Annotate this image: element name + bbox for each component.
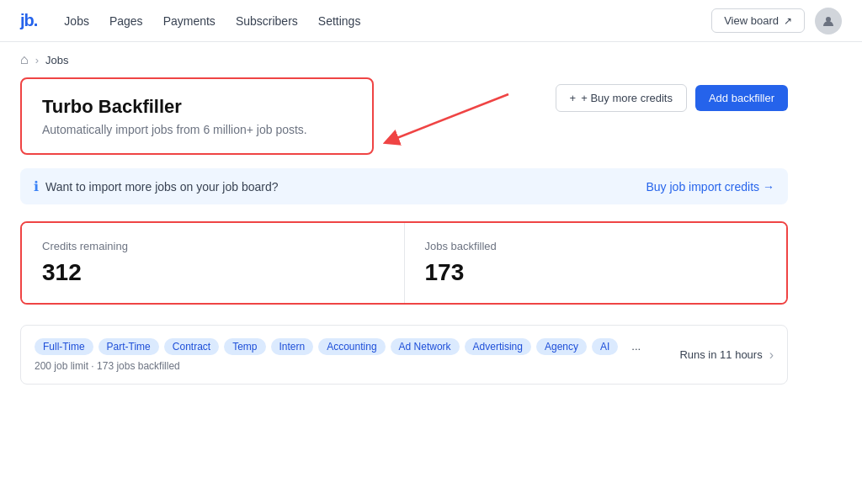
tag-temp: Temp bbox=[224, 338, 265, 355]
info-icon: ℹ bbox=[34, 178, 39, 194]
svg-line-1 bbox=[391, 94, 508, 141]
tag-intern: Intern bbox=[271, 338, 314, 355]
tag-more: ... bbox=[623, 337, 649, 355]
view-board-button[interactable]: View board ↗ bbox=[711, 8, 805, 33]
breadcrumb-current: Jobs bbox=[45, 54, 68, 66]
plus-icon: + bbox=[570, 92, 577, 104]
nav-settings[interactable]: Settings bbox=[318, 11, 361, 31]
nav-right: View board ↗ bbox=[711, 8, 842, 34]
tag-advertising: Advertising bbox=[465, 338, 531, 355]
info-text: Want to import more jobs on your job boa… bbox=[45, 180, 279, 194]
nav-jobs[interactable]: Jobs bbox=[64, 11, 89, 31]
tag-agency: Agency bbox=[536, 338, 587, 355]
nav-pages[interactable]: Pages bbox=[109, 11, 143, 31]
jobs-backfilled-value: 173 bbox=[425, 259, 767, 286]
main-content: Turbo Backfiller Automatically import jo… bbox=[0, 77, 808, 405]
logo[interactable]: jb. bbox=[20, 11, 37, 30]
buy-credits-label: + Buy more credits bbox=[581, 92, 673, 104]
chevron-right-icon: › bbox=[769, 347, 774, 363]
info-banner: ℹ Want to import more jobs on your job b… bbox=[20, 168, 788, 204]
hero-title: Turbo Backfiller bbox=[42, 96, 352, 118]
stats-row: Credits remaining 312 Jobs backfilled 17… bbox=[20, 221, 788, 305]
tag-contract: Contract bbox=[164, 338, 219, 355]
arrow-annotation bbox=[374, 86, 525, 153]
hero-buttons: + + Buy more credits Add backfiller bbox=[556, 84, 788, 112]
buy-credits-button[interactable]: + + Buy more credits bbox=[556, 84, 687, 112]
credits-remaining-label: Credits remaining bbox=[42, 240, 384, 252]
home-icon[interactable]: ⌂ bbox=[20, 52, 29, 67]
jobs-backfilled-card: Jobs backfilled 173 bbox=[404, 223, 787, 303]
backfiller-content: Full-Time Part-Time Contract Temp Intern… bbox=[35, 337, 649, 372]
run-info: Runs in 11 hours bbox=[679, 348, 762, 361]
avatar[interactable] bbox=[815, 8, 842, 34]
tag-accounting: Accounting bbox=[318, 338, 385, 355]
credits-remaining-value: 312 bbox=[42, 259, 384, 286]
breadcrumb-separator: › bbox=[35, 54, 39, 66]
nav-payments[interactable]: Payments bbox=[163, 11, 216, 31]
credits-remaining-card: Credits remaining 312 bbox=[22, 223, 404, 303]
hero-row: Turbo Backfiller Automatically import jo… bbox=[20, 77, 788, 155]
backfiller-row[interactable]: Full-Time Part-Time Contract Temp Intern… bbox=[20, 325, 788, 385]
tag-full-time: Full-Time bbox=[35, 338, 93, 355]
info-left: ℹ Want to import more jobs on your job b… bbox=[34, 178, 279, 194]
jobs-backfilled-label: Jobs backfilled bbox=[425, 240, 767, 252]
tag-part-time: Part-Time bbox=[98, 338, 159, 355]
external-link-icon: ↗ bbox=[784, 15, 792, 27]
nav-subscribers[interactable]: Subscribers bbox=[236, 11, 298, 31]
breadcrumb: ⌂ › Jobs bbox=[0, 42, 862, 77]
backfiller-right: Runs in 11 hours › bbox=[679, 347, 774, 363]
backfiller-sub-info: 200 job limit · 173 jobs backfilled bbox=[35, 360, 649, 372]
tag-ad-network: Ad Network bbox=[391, 338, 460, 355]
nav-links: Jobs Pages Payments Subscribers Settings bbox=[64, 11, 711, 31]
tag-ai: AI bbox=[592, 338, 618, 355]
buy-import-credits-link[interactable]: Buy job import credits → bbox=[646, 180, 775, 194]
view-board-label: View board bbox=[724, 14, 779, 27]
add-backfiller-button[interactable]: Add backfiller bbox=[695, 85, 788, 111]
navbar: jb. Jobs Pages Payments Subscribers Sett… bbox=[0, 0, 862, 42]
hero-subtitle: Automatically import jobs from 6 million… bbox=[42, 123, 352, 136]
hero-card: Turbo Backfiller Automatically import jo… bbox=[20, 77, 374, 155]
tags-area: Full-Time Part-Time Contract Temp Intern… bbox=[35, 337, 649, 355]
